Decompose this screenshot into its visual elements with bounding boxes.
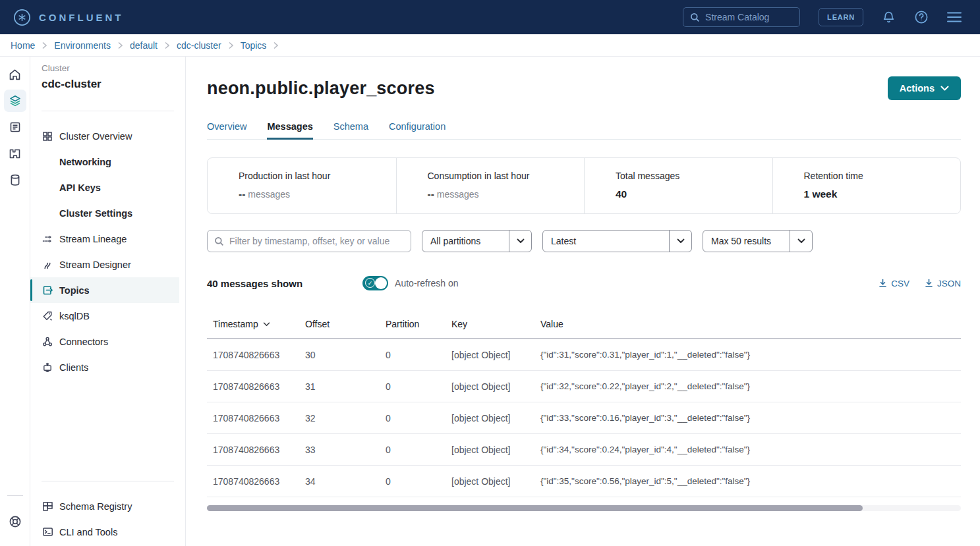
page-title: neon.public.player_scores: [207, 78, 435, 99]
stat-value: --: [239, 188, 245, 200]
tab-messages[interactable]: Messages: [267, 121, 312, 139]
tab-schema[interactable]: Schema: [333, 121, 368, 139]
home-icon[interactable]: [4, 63, 26, 86]
stat-consumption: Consumption in last hour -- messages: [396, 158, 585, 213]
offset-order-select[interactable]: Latest: [542, 230, 692, 252]
auto-refresh-toggle[interactable]: ✓: [362, 276, 388, 290]
stat-suffix: messages: [434, 189, 479, 200]
breadcrumb-cdc-cluster[interactable]: cdc-cluster: [177, 40, 221, 51]
designer-icon: [42, 259, 53, 271]
cell-key: [object Object]: [446, 434, 534, 465]
cell-key: [object Object]: [446, 371, 534, 402]
sidebar-item-label: Clients: [59, 362, 88, 373]
breadcrumb-environments[interactable]: Environments: [54, 40, 111, 51]
breadcrumb-topics[interactable]: Topics: [241, 40, 267, 51]
breadcrumb-default[interactable]: default: [130, 40, 158, 51]
cluster-label: Cluster: [30, 63, 185, 73]
chevron-right-icon: [164, 41, 170, 49]
icon-rail: [0, 57, 30, 546]
table-row[interactable]: 1708740826663 34 0 [object Object] {"id"…: [207, 466, 961, 497]
sidebar-item-connectors[interactable]: Connectors: [30, 329, 185, 354]
stat-value: 40: [616, 188, 627, 200]
top-navbar: CONFLUENT Stream Catalog LEARN: [0, 0, 980, 34]
learn-button[interactable]: LEARN: [819, 8, 863, 26]
cell-partition: 0: [380, 434, 446, 465]
cluster-name: cdc-cluster: [30, 78, 185, 91]
sidebar-item-label: Stream Designer: [59, 259, 131, 270]
sidebar-item-cluster-settings[interactable]: Cluster Settings: [30, 200, 185, 226]
cell-timestamp: 1708740826663: [207, 466, 299, 497]
chevron-down-icon: [790, 231, 812, 252]
connectors-icon: [42, 336, 53, 348]
messages-toolbar: 40 messages shown ✓ Auto-refresh on CSV: [207, 276, 961, 290]
help-icon[interactable]: [914, 10, 929, 24]
stream-map-icon[interactable]: [4, 142, 26, 165]
auto-refresh-label: Auto-refresh on: [395, 278, 459, 288]
breadcrumb: Home Environments default cdc-cluster To…: [0, 34, 980, 57]
actions-button[interactable]: Actions: [888, 76, 961, 100]
sidebar-item-label: Cluster Overview: [59, 131, 132, 142]
tab-configuration[interactable]: Configuration: [389, 121, 446, 139]
sidebar-item-label: Cluster Settings: [59, 208, 132, 219]
message-filter-search[interactable]: [207, 230, 411, 252]
topic-tabs: Overview Messages Schema Configuration: [207, 121, 961, 140]
notes-document-icon[interactable]: [4, 116, 26, 138]
horizontal-scrollbar-thumb[interactable]: [207, 505, 863, 511]
cell-value: {"id":34,"score":0.24,"player_id":4,"__d…: [534, 434, 961, 465]
sidebar-item-stream-designer[interactable]: Stream Designer: [30, 252, 185, 277]
download-json-link[interactable]: JSON: [925, 279, 961, 288]
result-limit-select[interactable]: Max 50 results: [703, 230, 813, 252]
database-icon[interactable]: [4, 169, 26, 191]
brand-name: CONFLUENT: [39, 12, 124, 23]
lineage-icon: [42, 233, 53, 245]
horizontal-scrollbar[interactable]: [207, 505, 961, 511]
environments-layers-icon[interactable]: [4, 90, 26, 112]
cell-timestamp: 1708740826663: [207, 339, 299, 370]
cluster-menu: Cluster Overview Networking API Keys Clu…: [30, 123, 185, 380]
table-row[interactable]: 1708740826663 31 0 [object Object] {"id"…: [207, 371, 961, 402]
sidebar-item-api-keys[interactable]: API Keys: [30, 175, 185, 200]
terminal-icon: [42, 526, 53, 538]
column-offset: Offset: [299, 308, 380, 338]
cell-partition: 0: [380, 339, 446, 370]
sidebar-item-stream-lineage[interactable]: Stream Lineage: [30, 226, 185, 252]
cluster-sidebar: Cluster cdc-cluster Cluster Overview Net…: [30, 57, 186, 546]
sidebar-item-ksqldb[interactable]: ksqlDB: [30, 303, 185, 329]
hamburger-menu-icon[interactable]: [947, 12, 962, 22]
cell-offset: 32: [299, 402, 380, 433]
confluent-brand[interactable]: CONFLUENT: [13, 9, 124, 26]
sidebar-divider: [42, 481, 174, 481]
sort-chevron-down-icon[interactable]: [263, 322, 270, 327]
cell-key: [object Object]: [446, 402, 534, 433]
support-lifering-icon[interactable]: [4, 510, 26, 533]
chevron-right-icon: [228, 41, 234, 49]
download-icon: [925, 279, 933, 288]
table-row[interactable]: 1708740826663 33 0 [object Object] {"id"…: [207, 434, 961, 466]
sidebar-item-schema-registry[interactable]: Schema Registry: [30, 493, 185, 519]
grid-icon: [42, 130, 53, 142]
stat-retention-time: Retention time 1 week: [772, 158, 961, 213]
cell-offset: 33: [299, 434, 380, 465]
notifications-bell-icon[interactable]: [882, 11, 896, 24]
table-row[interactable]: 1708740826663 30 0 [object Object] {"id"…: [207, 339, 961, 371]
message-filter-input[interactable]: [229, 236, 404, 246]
sidebar-item-cli-and-tools[interactable]: CLI and Tools: [30, 519, 185, 545]
stream-catalog-search[interactable]: Stream Catalog: [683, 7, 800, 27]
partition-select[interactable]: All partitions: [422, 230, 532, 252]
cell-partition: 0: [380, 466, 446, 497]
main-content: neon.public.player_scores Actions Overvi…: [186, 57, 980, 546]
download-csv-link[interactable]: CSV: [879, 279, 909, 288]
cell-partition: 0: [380, 402, 446, 433]
cell-value: {"id":35,"score":0.56,"player_id":5,"__d…: [534, 466, 961, 497]
table-row[interactable]: 1708740826663 32 0 [object Object] {"id"…: [207, 402, 961, 434]
topic-stats-card: Production in last hour -- messages Cons…: [207, 157, 961, 214]
sidebar-item-topics[interactable]: Topics: [30, 277, 179, 303]
breadcrumb-home[interactable]: Home: [11, 40, 35, 51]
sidebar-item-networking[interactable]: Networking: [30, 149, 185, 175]
tab-overview[interactable]: Overview: [207, 121, 246, 139]
sidebar-item-label: CLI and Tools: [59, 527, 117, 537]
sidebar-item-clients[interactable]: Clients: [30, 354, 185, 380]
sidebar-item-label: Topics: [59, 285, 90, 296]
stat-value: --: [428, 188, 434, 200]
sidebar-item-cluster-overview[interactable]: Cluster Overview: [30, 123, 185, 149]
